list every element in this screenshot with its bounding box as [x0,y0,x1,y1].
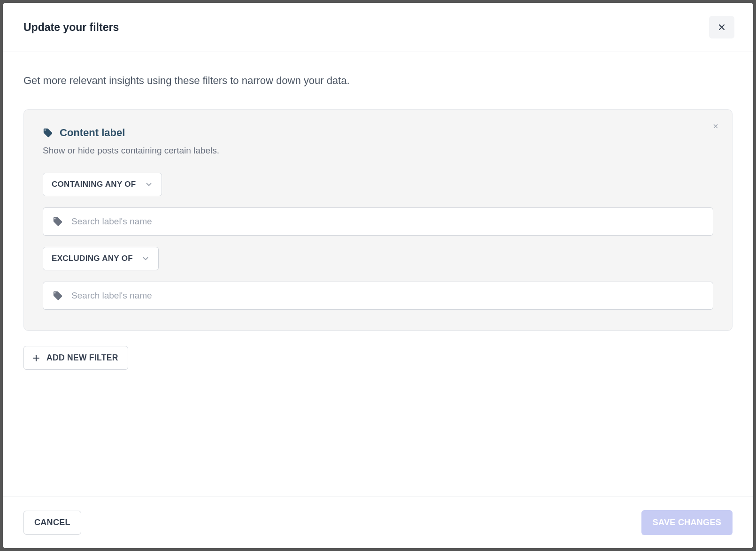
modal-body: Get more relevant insights using these f… [3,52,753,497]
excluding-select-label: EXCLUDING ANY OF [52,254,133,263]
containing-select-label: CONTAINING ANY OF [52,180,136,189]
close-icon [717,23,726,32]
containing-search-input[interactable] [71,216,703,227]
close-modal-button[interactable] [709,16,734,38]
plus-icon [31,353,41,363]
excluding-search-wrapper[interactable] [43,282,713,310]
containing-search-wrapper[interactable] [43,207,713,236]
modal-footer: CANCEL SAVE CHANGES [3,497,753,548]
modal-header: Update your filters [3,3,753,52]
filter-modal: Update your filters Get more relevant in… [3,3,753,548]
excluding-search-input[interactable] [71,291,703,301]
filter-card-title: Content label [60,127,125,139]
modal-title: Update your filters [23,21,119,34]
chevron-down-icon [145,180,153,189]
close-icon [712,123,719,130]
filter-card-header: Content label [43,127,713,139]
save-changes-button[interactable]: SAVE CHANGES [641,510,733,535]
add-filter-label: ADD NEW FILTER [46,353,118,363]
filter-card-subtitle: Show or hide posts containing certain la… [43,145,713,156]
tag-icon [43,128,53,138]
tag-icon [53,216,63,227]
tag-icon [53,291,63,301]
remove-filter-button[interactable] [710,121,721,133]
modal-description: Get more relevant insights using these f… [23,75,733,87]
excluding-group: EXCLUDING ANY OF [43,247,713,310]
containing-select[interactable]: CONTAINING ANY OF [43,173,162,196]
filter-card-content-label: Content label Show or hide posts contain… [23,109,733,331]
add-new-filter-button[interactable]: ADD NEW FILTER [23,346,128,370]
containing-group: CONTAINING ANY OF [43,173,713,236]
excluding-select[interactable]: EXCLUDING ANY OF [43,247,159,270]
chevron-down-icon [141,254,150,263]
cancel-button[interactable]: CANCEL [23,511,81,535]
